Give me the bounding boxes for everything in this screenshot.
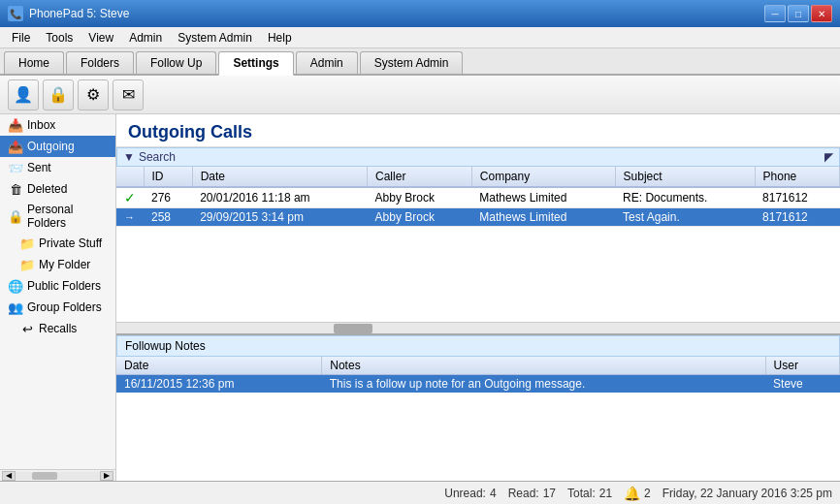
search-expand-icon[interactable]: ◤ bbox=[824, 150, 833, 164]
sidebar-label-private-stuff: Private Stuff bbox=[39, 236, 102, 250]
row-id: 276 bbox=[144, 187, 192, 208]
sidebar-label-sent: Sent bbox=[27, 161, 51, 174]
row-company: Mathews Limited bbox=[471, 208, 615, 227]
arrow-icon: → bbox=[124, 211, 135, 223]
menu-file[interactable]: File bbox=[4, 29, 38, 47]
lock-button[interactable]: 🔒 bbox=[43, 79, 74, 110]
content-area: Outgoing Calls ▼ Search ◤ ID Date Caller… bbox=[116, 114, 840, 481]
row-subject: RE: Documents. bbox=[615, 187, 755, 208]
row-phone: 8171612 bbox=[755, 187, 839, 208]
sidebar-item-private-stuff[interactable]: 📁 Private Stuff bbox=[0, 233, 115, 254]
menu-system-admin[interactable]: System Admin bbox=[170, 29, 260, 47]
tab-follow-up[interactable]: Follow Up bbox=[136, 51, 216, 74]
menu-admin[interactable]: Admin bbox=[121, 29, 170, 47]
row-date: 29/09/2015 3:14 pm bbox=[192, 208, 367, 227]
search-bar: ▼ Search ◤ bbox=[116, 147, 840, 167]
menu-view[interactable]: View bbox=[81, 29, 121, 47]
title-bar: 📞 PhonePad 5: Steve ─ □ ✕ bbox=[0, 0, 840, 27]
tab-home[interactable]: Home bbox=[4, 51, 64, 74]
main-layout: 📥 Inbox 📤 Outgoing 📨 Sent 🗑 Deleted 🔒 Pe… bbox=[0, 114, 840, 481]
calls-table: ID Date Caller Company Subject Phone ✓ 2… bbox=[116, 167, 840, 227]
tab-settings[interactable]: Settings bbox=[218, 51, 293, 76]
tab-admin[interactable]: Admin bbox=[296, 51, 358, 74]
outgoing-icon: 📤 bbox=[8, 139, 23, 154]
sidebar-item-recalls[interactable]: ↩ Recalls bbox=[0, 318, 115, 339]
notes-table: Date Notes User 16/11/2015 12:36 pm This… bbox=[116, 357, 840, 393]
sidebar-scroll-right[interactable]: ▶ bbox=[100, 471, 113, 481]
email-button[interactable]: ✉ bbox=[113, 79, 144, 110]
tab-folders[interactable]: Folders bbox=[66, 51, 134, 74]
bell-icon: 🔔 bbox=[624, 486, 640, 501]
scrollbar-thumb[interactable] bbox=[334, 324, 372, 333]
datetime-text: Friday, 22 January 2016 3:25 pm bbox=[662, 487, 832, 500]
close-button[interactable]: ✕ bbox=[811, 5, 832, 22]
col-status bbox=[116, 167, 144, 187]
title-bar-controls: ─ □ ✕ bbox=[764, 5, 832, 22]
sidebar-item-my-folder[interactable]: 📁 My Folder bbox=[0, 254, 115, 275]
col-date[interactable]: Date bbox=[192, 167, 367, 187]
row-id: 258 bbox=[144, 208, 192, 227]
row-status: → bbox=[116, 208, 144, 227]
public-folders-icon: 🌐 bbox=[8, 278, 23, 294]
col-company[interactable]: Company bbox=[471, 167, 615, 187]
toolbar: 👤 🔒 ⚙ ✉ bbox=[0, 76, 840, 114]
maximize-button[interactable]: □ bbox=[788, 5, 809, 22]
page-title: Outgoing Calls bbox=[116, 114, 840, 147]
col-caller[interactable]: Caller bbox=[368, 167, 472, 187]
table-scrollbar-h[interactable] bbox=[116, 322, 840, 333]
check-icon: ✓ bbox=[124, 190, 136, 205]
calls-table-wrapper[interactable]: ID Date Caller Company Subject Phone ✓ 2… bbox=[116, 167, 840, 322]
table-row[interactable]: → 258 29/09/2015 3:14 pm Abby Brock Math… bbox=[116, 208, 840, 227]
notes-row[interactable]: 16/11/2015 12:36 pm This is a follow up … bbox=[116, 375, 840, 394]
row-status: ✓ bbox=[116, 187, 144, 208]
person-button[interactable]: 👤 bbox=[8, 79, 39, 110]
followup-notes-section: Followup Notes Date Notes User 16/11/201… bbox=[116, 333, 840, 393]
notes-date: 16/11/2015 12:36 pm bbox=[116, 375, 322, 394]
sidebar-label-group-folders: Group Folders bbox=[27, 300, 102, 314]
read-label: Read: bbox=[508, 487, 539, 500]
sidebar-label-inbox: Inbox bbox=[27, 118, 55, 132]
title-bar-title: PhonePad 5: Steve bbox=[29, 7, 129, 20]
table-row[interactable]: ✓ 276 20/01/2016 11:18 am Abby Brock Mat… bbox=[116, 187, 840, 208]
minimize-button[interactable]: ─ bbox=[764, 5, 786, 22]
unread-label: Unread: bbox=[444, 487, 486, 500]
sidebar-item-sent[interactable]: 📨 Sent bbox=[0, 157, 115, 178]
sidebar-item-group-folders[interactable]: 👥 Group Folders bbox=[0, 297, 115, 318]
read-status: Read: 17 bbox=[508, 487, 556, 500]
sidebar: 📥 Inbox 📤 Outgoing 📨 Sent 🗑 Deleted 🔒 Pe… bbox=[0, 114, 116, 481]
total-label: Total: bbox=[567, 487, 596, 500]
sidebar-item-inbox[interactable]: 📥 Inbox bbox=[0, 114, 115, 136]
menu-help[interactable]: Help bbox=[260, 29, 300, 47]
datetime-status: Friday, 22 January 2016 3:25 pm bbox=[662, 487, 832, 500]
sidebar-label-recalls: Recalls bbox=[39, 322, 77, 335]
gear-button[interactable]: ⚙ bbox=[78, 79, 109, 110]
notes-col-user[interactable]: User bbox=[765, 357, 839, 375]
sidebar-item-deleted[interactable]: 🗑 Deleted bbox=[0, 178, 115, 200]
status-bar: Unread: 4 Read: 17 Total: 21 🔔 2 Friday,… bbox=[0, 481, 840, 504]
tab-system-admin[interactable]: System Admin bbox=[360, 51, 464, 74]
sidebar-item-outgoing[interactable]: 📤 Outgoing bbox=[0, 136, 115, 157]
title-bar-left: 📞 PhonePad 5: Steve bbox=[8, 6, 129, 21]
recalls-icon: ↩ bbox=[19, 321, 35, 336]
menu-tools[interactable]: Tools bbox=[38, 29, 81, 47]
search-collapse-icon[interactable]: ▼ bbox=[123, 150, 135, 164]
sidebar-label-deleted: Deleted bbox=[27, 182, 67, 196]
sidebar-label-public-folders: Public Folders bbox=[27, 279, 101, 293]
unread-status: Unread: 4 bbox=[444, 487, 496, 500]
sidebar-item-personal-folders[interactable]: 🔒 Personal Folders bbox=[0, 200, 115, 233]
menu-bar: File Tools View Admin System Admin Help bbox=[0, 27, 840, 48]
row-company: Mathews Limited bbox=[471, 187, 615, 208]
col-id[interactable]: ID bbox=[144, 167, 192, 187]
sidebar-label-outgoing: Outgoing bbox=[27, 140, 75, 153]
notes-col-notes[interactable]: Notes bbox=[322, 357, 765, 375]
sidebar-scroll[interactable]: 📥 Inbox 📤 Outgoing 📨 Sent 🗑 Deleted 🔒 Pe… bbox=[0, 114, 115, 469]
row-caller: Abby Brock bbox=[368, 208, 472, 227]
notifications-status: 🔔 2 bbox=[624, 486, 651, 501]
sidebar-label-personal-folders: Personal Folders bbox=[27, 203, 108, 230]
sidebar-item-public-folders[interactable]: 🌐 Public Folders bbox=[0, 275, 115, 297]
notes-text: This is a follow up note for an Outgoing… bbox=[322, 375, 765, 394]
col-subject[interactable]: Subject bbox=[615, 167, 755, 187]
col-phone[interactable]: Phone bbox=[755, 167, 839, 187]
notes-col-date[interactable]: Date bbox=[116, 357, 322, 375]
sidebar-scroll-left[interactable]: ◀ bbox=[2, 471, 16, 481]
